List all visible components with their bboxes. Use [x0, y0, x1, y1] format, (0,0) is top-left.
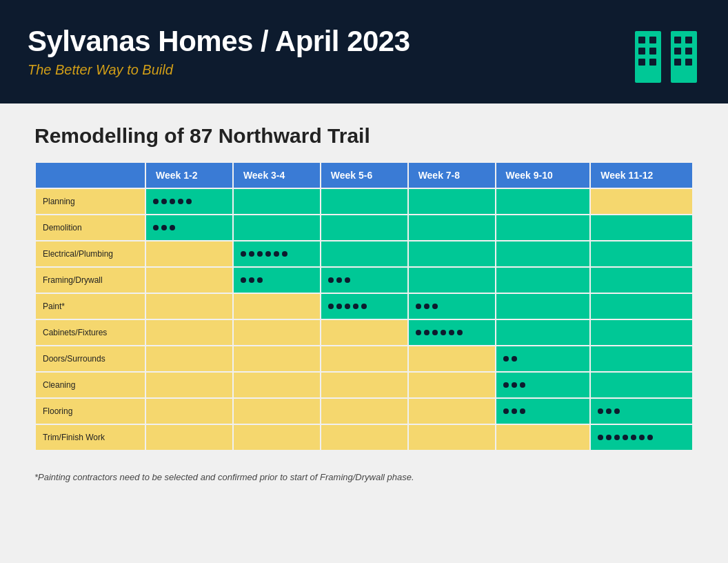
task-demolition: Demolition: [35, 215, 145, 241]
svg-rect-4: [649, 48, 656, 55]
cell-trim-w4: [408, 424, 496, 451]
dot-group: [598, 408, 685, 414]
cell-clean-w6: [590, 372, 693, 398]
table-row: Trim/Finish Work: [35, 424, 693, 451]
dot: [161, 225, 167, 230]
cell-trim-w1: [145, 424, 233, 451]
cell-frame-w6: [590, 267, 693, 293]
cell-trim-w6: [590, 424, 693, 451]
dot: [512, 382, 517, 388]
task-doors: Doors/Surrounds: [35, 346, 145, 372]
cell-frame-w1: [145, 267, 233, 293]
dot-group: [503, 408, 583, 414]
dot: [265, 251, 271, 257]
cell-paint-w1: [145, 293, 233, 319]
cell-elec-w6: [590, 241, 693, 267]
dot: [186, 199, 192, 204]
cell-elec-w1: [145, 241, 233, 267]
task-paint: Paint*: [35, 293, 145, 319]
dot-group: [598, 435, 685, 440]
task-electrical: Electrical/Plumbing: [35, 241, 145, 267]
cell-elec-w3: [321, 241, 408, 267]
cell-paint-w4: [408, 293, 496, 319]
cell-elec-w2: [233, 241, 321, 267]
table-row: Doors/Surrounds: [35, 346, 693, 372]
dot-group: [503, 382, 583, 388]
dot: [512, 356, 517, 362]
dot: [361, 304, 367, 309]
svg-rect-13: [685, 59, 692, 66]
cell-demo-w6: [590, 215, 693, 241]
dot: [241, 251, 246, 257]
table-row: Paint*: [35, 293, 693, 319]
svg-rect-6: [649, 59, 656, 66]
cell-planning-w6: [590, 188, 693, 215]
cell-cab-w3: [321, 319, 408, 346]
svg-rect-1: [638, 37, 645, 43]
dot: [432, 304, 438, 309]
dot: [336, 277, 342, 283]
task-framing: Framing/Drywall: [35, 267, 145, 293]
dot: [606, 435, 611, 440]
cell-floor-w4: [408, 398, 496, 424]
cell-demo-w1: [145, 215, 233, 241]
cell-floor-w5: [496, 398, 591, 424]
dot: [623, 435, 628, 440]
table-header-row: Week 1-2 Week 3-4 Week 5-6 Week 7-8 Week…: [35, 162, 693, 188]
dot: [249, 251, 254, 257]
task-flooring: Flooring: [35, 398, 145, 424]
building-logo-icon: [631, 17, 700, 86]
col-header-task: [35, 162, 145, 188]
col-header-week5-6: Week 5-6: [321, 162, 408, 188]
dot-group: [153, 225, 225, 230]
cell-floor-w2: [233, 398, 321, 424]
dot: [170, 199, 175, 204]
dot: [153, 199, 159, 204]
table-row: Flooring: [35, 398, 693, 424]
cell-planning-w2: [233, 188, 321, 215]
dot: [639, 435, 645, 440]
cell-doors-w3: [321, 346, 408, 372]
dot: [614, 408, 620, 414]
dot: [598, 435, 603, 440]
task-cabinets: Cabinets/Fixtures: [35, 319, 145, 346]
dot: [241, 277, 246, 283]
dot: [503, 356, 509, 362]
cell-elec-w5: [496, 241, 591, 267]
header-title: Sylvanas Homes / April 2023: [28, 26, 410, 57]
cell-clean-w2: [233, 372, 321, 398]
dot: [178, 199, 183, 204]
cell-clean-w4: [408, 372, 496, 398]
main-content: Remodelling of 87 Northward Trail Week 1…: [0, 103, 728, 503]
col-header-week11-12: Week 11-12: [590, 162, 693, 188]
dot: [257, 251, 263, 257]
cell-planning-w5: [496, 188, 591, 215]
dot: [353, 304, 358, 309]
table-row: Electrical/Plumbing: [35, 241, 693, 267]
dot: [161, 199, 167, 204]
cell-trim-w2: [233, 424, 321, 451]
svg-rect-10: [674, 48, 681, 55]
task-trim: Trim/Finish Work: [35, 424, 145, 451]
dot: [631, 435, 636, 440]
dot: [345, 304, 350, 309]
svg-rect-12: [674, 59, 681, 66]
svg-rect-2: [649, 37, 656, 43]
cell-cab-w6: [590, 319, 693, 346]
cell-doors-w5: [496, 346, 591, 372]
dot: [416, 330, 421, 335]
col-header-week3-4: Week 3-4: [233, 162, 321, 188]
dot: [282, 251, 287, 257]
dot: [416, 304, 421, 309]
dot: [614, 435, 620, 440]
task-planning: Planning: [35, 188, 145, 215]
footnote: *Painting contractors need to be selecte…: [34, 472, 694, 482]
dot: [249, 277, 254, 283]
dot-group: [328, 304, 401, 309]
table-row: Cleaning: [35, 372, 693, 398]
dot: [424, 304, 429, 309]
cell-planning-w1: [145, 188, 233, 215]
dot: [449, 330, 454, 335]
dot-group: [503, 356, 583, 362]
cell-demo-w2: [233, 215, 321, 241]
